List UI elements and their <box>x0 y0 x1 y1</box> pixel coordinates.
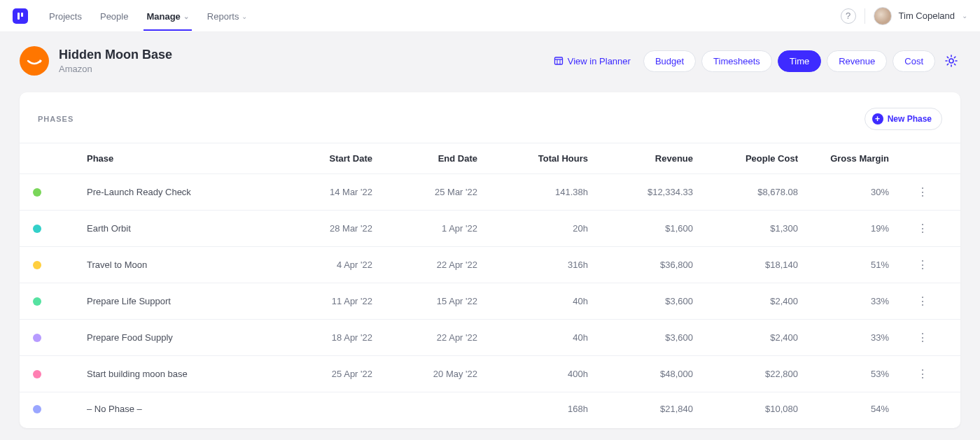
cell-people-cost: $10,080 <box>706 404 811 414</box>
cell-revenue: $12,334.33 <box>601 187 706 197</box>
cell-end-date: 1 Apr '22 <box>391 223 496 234</box>
cell-total-hours: 400h <box>496 369 601 379</box>
cell-end-date: 20 May '22 <box>391 369 496 379</box>
phase-color-dot <box>33 225 41 233</box>
cell-start-date: 18 Apr '22 <box>286 332 391 343</box>
cell-total-hours: 316h <box>496 260 601 270</box>
tab-time[interactable]: Time <box>778 50 821 72</box>
new-phase-button[interactable]: + New Phase <box>864 108 942 130</box>
cell-total-hours: 141.38h <box>496 187 601 197</box>
table-row[interactable]: Travel to Moon4 Apr '2222 Apr '22316h$36… <box>20 246 960 283</box>
table-row[interactable]: Prepare Life Support11 Apr '2215 Apr '22… <box>20 283 960 319</box>
project-avatar <box>20 46 49 76</box>
phase-color-dot <box>33 405 41 413</box>
cell-total-hours: 40h <box>496 332 601 343</box>
cell-start-date: 11 Apr '22 <box>286 296 391 306</box>
phases-title: PHASES <box>38 115 74 123</box>
cell-gross-margin: 19% <box>811 223 902 234</box>
settings-button[interactable] <box>942 52 960 70</box>
svg-point-6 <box>949 59 953 63</box>
row-menu-button[interactable]: ⋮ <box>917 222 928 235</box>
avatar <box>874 7 892 25</box>
svg-rect-1 <box>21 13 23 17</box>
top-nav: ProjectsPeopleManage⌄Reports⌄ ? Tim Cope… <box>0 0 980 32</box>
cell-gross-margin: 33% <box>811 296 902 306</box>
phase-name: Earth Orbit <box>55 223 286 234</box>
cell-start-date: 25 Apr '22 <box>286 369 391 379</box>
cell-revenue: $1,600 <box>601 223 706 234</box>
table-row[interactable]: Earth Orbit28 Mar '221 Apr '2220h$1,600$… <box>20 210 960 246</box>
phase-name: Prepare Food Supply <box>55 332 286 343</box>
col-people-cost: People Cost <box>706 153 811 164</box>
tab-budget[interactable]: Budget <box>643 50 696 72</box>
nav-divider <box>864 8 865 24</box>
row-menu-button[interactable]: ⋮ <box>917 185 928 199</box>
cell-gross-margin: 30% <box>811 187 902 197</box>
phase-color-dot <box>33 261 41 269</box>
cell-total-hours: 40h <box>496 296 601 306</box>
cell-start-date: 14 Mar '22 <box>286 187 391 197</box>
nav-link-people[interactable]: People <box>97 1 131 30</box>
help-icon[interactable]: ? <box>841 8 856 24</box>
phase-name: Start building moon base <box>55 369 286 379</box>
cell-start-date: 28 Mar '22 <box>286 223 391 234</box>
row-menu-button[interactable]: ⋮ <box>917 367 928 381</box>
table-row[interactable]: Pre-Launch Ready Check14 Mar '2225 Mar '… <box>20 173 960 210</box>
nav-link-label: Reports <box>207 11 239 22</box>
user-name: Tim Copeland <box>899 10 955 21</box>
chevron-down-icon: ⌄ <box>962 12 967 20</box>
phases-table: Phase Start Date End Date Total Hours Re… <box>20 143 960 425</box>
phase-color-dot <box>33 297 41 306</box>
table-header-row: Phase Start Date End Date Total Hours Re… <box>20 143 960 173</box>
logo-icon <box>16 12 24 20</box>
col-margin: Gross Margin <box>811 153 902 164</box>
project-tabs: BudgetTimesheetsTimeRevenueCost <box>643 50 935 72</box>
tab-cost[interactable]: Cost <box>892 50 935 72</box>
new-phase-label: New Phase <box>888 114 932 124</box>
planner-link-label: View in Planner <box>568 56 631 66</box>
cell-end-date: 22 Apr '22 <box>391 260 496 270</box>
col-start: Start Date <box>286 153 391 164</box>
cell-gross-margin: 33% <box>811 332 902 343</box>
table-row[interactable]: Prepare Food Supply18 Apr '2222 Apr '224… <box>20 319 960 355</box>
tab-revenue[interactable]: Revenue <box>827 50 887 72</box>
col-end: End Date <box>391 153 496 164</box>
phase-color-dot <box>33 188 41 197</box>
row-menu-button[interactable]: ⋮ <box>917 294 928 308</box>
nav-links: ProjectsPeopleManage⌄Reports⌄ <box>46 1 250 31</box>
col-revenue: Revenue <box>601 153 706 164</box>
table-body: Pre-Launch Ready Check14 Mar '2225 Mar '… <box>20 173 960 425</box>
cell-people-cost: $18,140 <box>706 260 811 270</box>
cell-start-date: 4 Apr '22 <box>286 260 391 270</box>
nav-link-projects[interactable]: Projects <box>46 1 85 30</box>
cell-gross-margin: 54% <box>811 404 902 414</box>
phase-color-dot <box>33 370 41 378</box>
tab-timesheets[interactable]: Timesheets <box>701 50 772 72</box>
row-menu-button[interactable]: ⋮ <box>917 331 928 344</box>
phase-name: – No Phase – <box>55 404 286 414</box>
cell-total-hours: 168h <box>496 404 601 414</box>
svg-rect-2 <box>554 57 562 64</box>
cell-end-date: 15 Apr '22 <box>391 296 496 306</box>
cell-revenue: $3,600 <box>601 332 706 343</box>
phases-card: PHASES + New Phase Phase Start Date End … <box>20 92 960 428</box>
top-nav-right: ? Tim Copeland ⌄ <box>841 7 967 25</box>
table-row[interactable]: Start building moon base25 Apr '2220 May… <box>20 355 960 392</box>
cell-people-cost: $8,678.08 <box>706 187 811 197</box>
cell-revenue: $48,000 <box>601 369 706 379</box>
project-title: Hidden Moon Base <box>59 48 172 62</box>
row-menu-button[interactable]: ⋮ <box>917 258 928 271</box>
nav-link-reports[interactable]: Reports⌄ <box>204 1 251 30</box>
cell-revenue: $21,840 <box>601 404 706 414</box>
cell-people-cost: $22,800 <box>706 369 811 379</box>
user-menu[interactable]: Tim Copeland ⌄ <box>874 7 967 25</box>
gear-icon <box>944 54 958 68</box>
cell-people-cost: $2,400 <box>706 296 811 306</box>
cell-total-hours: 20h <box>496 223 601 234</box>
cell-revenue: $36,800 <box>601 260 706 270</box>
nav-link-manage[interactable]: Manage⌄ <box>144 1 191 31</box>
app-logo[interactable] <box>13 8 28 24</box>
table-row[interactable]: – No Phase –168h$21,840$10,08054% <box>20 392 960 425</box>
phase-name: Travel to Moon <box>55 260 286 270</box>
view-in-planner-link[interactable]: View in Planner <box>554 56 631 66</box>
